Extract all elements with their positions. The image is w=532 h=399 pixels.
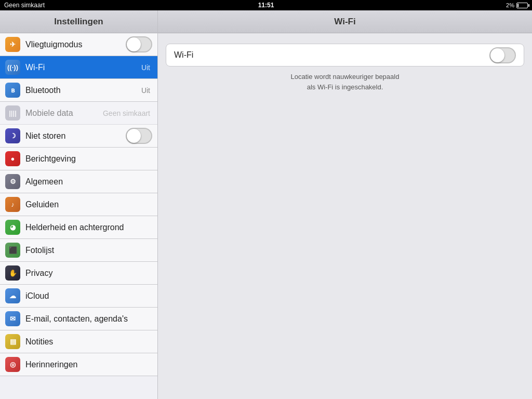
vliegtuigmodus-icon: ✈	[5, 37, 20, 52]
main-layout: Instellingen ✈Vliegtuigmodus((·))Wi-FiUi…	[0, 10, 532, 399]
geluiden-label: Geluiden	[25, 200, 152, 209]
notities-icon: ▤	[5, 334, 20, 349]
sidebar-item-wifi[interactable]: ((·))Wi-FiUit	[0, 56, 157, 79]
algemeen-icon: ⚙	[5, 174, 20, 189]
sidebar-item-algemeen[interactable]: ⚙Algemeen	[0, 170, 157, 193]
battery-icon	[516, 3, 528, 8]
sidebar-item-mobiele-data[interactable]: ||||Mobiele dataGeen simkaart	[0, 102, 157, 125]
vliegtuigmodus-toggle-knob	[127, 37, 141, 51]
sidebar-item-herinneringen[interactable]: ◎Herinneringen	[0, 353, 157, 376]
mobiele-data-value: Geen simkaart	[103, 109, 150, 117]
vliegtuigmodus-toggle[interactable]	[126, 36, 152, 52]
content-body: Wi-Fi Locatie wordt nauwkeuriger bepaald…	[158, 33, 532, 102]
wifi-info-text: Locatie wordt nauwkeuriger bepaaldals Wi…	[166, 72, 524, 92]
privacy-label: Privacy	[25, 269, 152, 278]
wifi-value: Uit	[141, 63, 150, 72]
mobiele-data-icon: ||||	[5, 105, 20, 121]
sidebar-items-container: ✈Vliegtuigmodus((·))Wi-FiUitʙBluetoothUi…	[0, 33, 157, 376]
algemeen-label: Algemeen	[25, 177, 152, 187]
wifi-toggle[interactable]	[489, 47, 516, 63]
wifi-row-label: Wi-Fi	[174, 50, 489, 60]
battery-area: 2%	[506, 2, 528, 8]
bluetooth-value: Uit	[141, 86, 150, 95]
helderheid-label: Helderheid en achtergrond	[25, 223, 152, 232]
sidebar-item-vliegtuigmodus[interactable]: ✈Vliegtuigmodus	[0, 33, 157, 56]
sidebar-item-geluiden[interactable]: ♪Geluiden	[0, 193, 157, 216]
sidebar-item-mail[interactable]: ✉E-mail, contacten, agenda's	[0, 308, 157, 330]
sidebar-item-icloud[interactable]: ☁iCloud	[0, 285, 157, 308]
geluiden-icon: ♪	[5, 197, 20, 212]
niet-storen-label: Niet storen	[25, 131, 126, 141]
sidebar-header: Instellingen	[0, 10, 157, 33]
sidebar: Instellingen ✈Vliegtuigmodus((·))Wi-FiUi…	[0, 10, 158, 399]
fotolijst-label: Fotolijst	[25, 246, 152, 255]
helderheid-icon: ◕	[5, 220, 20, 235]
status-bar: Geen simkaart 11:51 2%	[0, 0, 532, 10]
wifi-label: Wi-Fi	[25, 63, 141, 72]
sidebar-item-berichtgeving[interactable]: ●Berichtgeving	[0, 148, 157, 170]
sidebar-item-fotolijst[interactable]: ⬛Fotolijst	[0, 239, 157, 262]
battery-percentage: 2%	[506, 2, 514, 8]
berichtgeving-label: Berichtgeving	[25, 154, 152, 164]
berichtgeving-icon: ●	[5, 151, 20, 166]
vliegtuigmodus-label: Vliegtuigmodus	[25, 40, 126, 49]
notities-label: Notities	[25, 337, 152, 347]
content-area: Wi-Fi Wi-Fi Locatie wordt nauwkeuriger b…	[158, 10, 532, 399]
herinneringen-icon: ◎	[5, 357, 20, 372]
mail-label: E-mail, contacten, agenda's	[25, 314, 152, 324]
mobiele-data-label: Mobiele data	[25, 109, 103, 118]
content-header: Wi-Fi	[158, 10, 532, 33]
niet-storen-icon: ☽	[5, 128, 20, 143]
content-title: Wi-Fi	[334, 17, 355, 27]
bluetooth-icon: ʙ	[5, 83, 20, 98]
wifi-toggle-knob	[490, 48, 504, 62]
wifi-icon: ((·))	[5, 60, 20, 75]
privacy-icon: ✋	[5, 265, 20, 281]
sidebar-item-privacy[interactable]: ✋Privacy	[0, 262, 157, 285]
icloud-label: iCloud	[25, 291, 152, 301]
sidebar-title: Instellingen	[54, 17, 103, 27]
icloud-icon: ☁	[5, 288, 20, 303]
fotolijst-icon: ⬛	[5, 243, 20, 258]
wifi-row: Wi-Fi	[166, 44, 524, 66]
niet-storen-toggle[interactable]	[126, 128, 152, 144]
sidebar-item-bluetooth[interactable]: ʙBluetoothUit	[0, 79, 157, 102]
time-label: 11:51	[258, 2, 274, 9]
niet-storen-toggle-knob	[127, 129, 141, 143]
sidebar-item-niet-storen[interactable]: ☽Niet storen	[0, 125, 157, 148]
sidebar-item-helderheid[interactable]: ◕Helderheid en achtergrond	[0, 216, 157, 239]
sidebar-item-notities[interactable]: ▤Notities	[0, 330, 157, 353]
bluetooth-label: Bluetooth	[25, 86, 141, 95]
mail-icon: ✉	[5, 311, 20, 326]
herinneringen-label: Herinneringen	[25, 360, 152, 369]
carrier-label: Geen simkaart	[4, 2, 45, 9]
